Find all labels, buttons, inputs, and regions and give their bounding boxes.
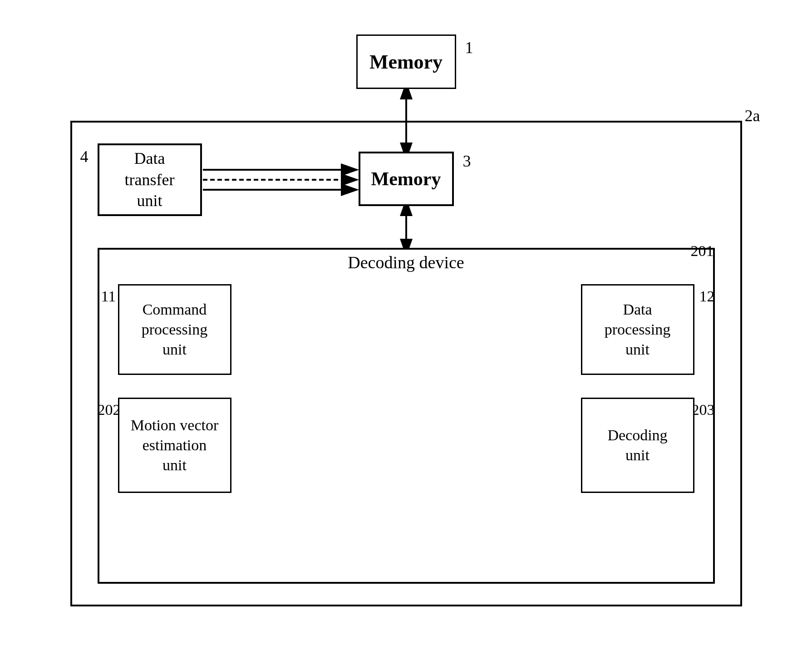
ref-4-label: 4 [80, 147, 89, 166]
ref-2a-label: 2a [745, 106, 760, 125]
data-processing-box: Dataprocessingunit [581, 284, 694, 375]
motion-vector-label: Motion vectorestimationunit [131, 415, 219, 476]
command-processing-box: Commandprocessingunit [118, 284, 231, 375]
ref-1-label: 1 [465, 38, 473, 57]
data-transfer-box: Datatransferunit [98, 143, 202, 216]
decoding-device-label: Decoding device [348, 252, 464, 272]
diagram-container: Memory 1 2a [43, 25, 769, 625]
data-processing-label: Dataprocessingunit [605, 300, 670, 360]
ref-203-label: 203 [692, 401, 715, 419]
ref-202-label: 202 [98, 401, 121, 419]
ref-11-label: 11 [101, 288, 116, 305]
ref-201-label: 201 [691, 242, 714, 260]
motion-vector-box: Motion vectorestimationunit [118, 398, 231, 493]
memory-inner-label: Memory [371, 168, 441, 190]
data-transfer-label: Datatransferunit [125, 148, 175, 212]
memory-top-label: Memory [369, 50, 443, 74]
ref-12-label: 12 [699, 288, 715, 305]
decoding-unit-label: Decodingunit [607, 425, 667, 465]
memory-top-box: Memory [356, 34, 456, 89]
command-processing-label: Commandprocessingunit [142, 300, 207, 360]
memory-inner-box: Memory [359, 152, 454, 206]
ref-3-label: 3 [463, 152, 471, 171]
decoding-unit-box: Decodingunit [581, 398, 694, 493]
